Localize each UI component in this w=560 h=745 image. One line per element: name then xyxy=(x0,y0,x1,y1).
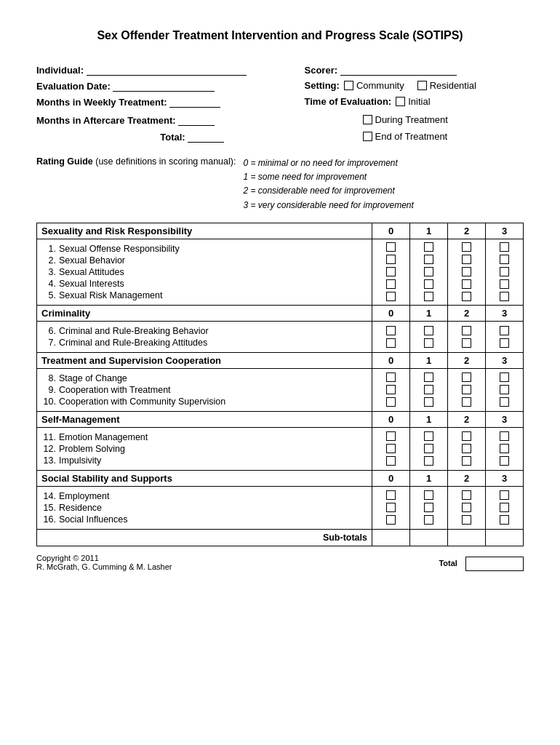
checkbox-item2-score0[interactable] xyxy=(386,255,396,264)
checkbox-item6-score0[interactable] xyxy=(386,326,396,335)
checkbox-item9-score3[interactable] xyxy=(500,385,509,394)
checkbox-item2-score2[interactable] xyxy=(462,255,471,264)
checkbox-item13-score2[interactable] xyxy=(462,456,471,466)
individual-field[interactable] xyxy=(87,64,247,76)
checkbox-item4-score0[interactable] xyxy=(386,279,396,289)
footer: Copyright © 2011 R. McGrath, G. Cumming … xyxy=(36,554,524,571)
checkbox-item6-score2[interactable] xyxy=(462,326,471,335)
checkbox-item11-score2[interactable] xyxy=(462,431,471,441)
score-col-1: 1 xyxy=(410,470,448,486)
during-treatment-checkbox[interactable] xyxy=(363,115,372,124)
checkbox-item3-score3[interactable] xyxy=(500,267,509,276)
checkbox-item16-score2[interactable] xyxy=(462,515,471,525)
checkbox-item6-score1[interactable] xyxy=(424,326,433,335)
checkbox-item5-score3[interactable] xyxy=(500,292,509,301)
checkbox-item12-score1[interactable] xyxy=(424,444,433,453)
checkbox-item10-score1[interactable] xyxy=(424,397,433,407)
score-col-1: 1 xyxy=(410,223,448,239)
checkbox-item5-score0[interactable] xyxy=(386,292,396,301)
subtotal-2[interactable] xyxy=(448,529,486,546)
list-item: 8.Stage of Change xyxy=(41,372,367,384)
score-col-2: 2 xyxy=(448,411,486,427)
checkbox-item13-score3[interactable] xyxy=(500,456,509,466)
rating-0: 0 = minimal or no need for improvement xyxy=(243,156,413,170)
checkbox-item13-score1[interactable] xyxy=(424,456,433,466)
residential-checkbox[interactable] xyxy=(417,81,427,90)
checkbox-item15-score1[interactable] xyxy=(424,503,433,512)
checkbox-item10-score0[interactable] xyxy=(386,397,396,407)
checkbox-item8-score3[interactable] xyxy=(500,372,509,382)
list-item: 13.Impulsivity xyxy=(41,455,367,466)
checkbox-item3-score2[interactable] xyxy=(462,267,471,276)
items-col: 14.Employment15.Residence16.Social Influ… xyxy=(37,486,372,529)
checkbox-item3-score0[interactable] xyxy=(386,267,396,276)
during-treatment-option[interactable]: During Treatment xyxy=(363,114,448,125)
checkbox-item9-score1[interactable] xyxy=(424,385,433,394)
checkbox-item12-score2[interactable] xyxy=(462,444,471,453)
checkbox-item3-score1[interactable] xyxy=(424,267,433,276)
subtotal-1[interactable] xyxy=(410,529,448,546)
subtotal-3[interactable] xyxy=(486,529,524,546)
checkbox-item14-score2[interactable] xyxy=(462,490,471,500)
checkbox-item10-score2[interactable] xyxy=(462,397,471,407)
checkbox-item11-score1[interactable] xyxy=(424,431,433,441)
end-treatment-option[interactable]: End of Treatment xyxy=(363,131,448,142)
checkbox-item7-score0[interactable] xyxy=(386,338,396,348)
months-weekly-field[interactable] xyxy=(169,96,220,108)
checkbox-item5-score2[interactable] xyxy=(462,292,471,301)
during-treatment-label: During Treatment xyxy=(375,114,448,125)
subtotal-0[interactable] xyxy=(372,529,410,546)
months-aftercare-field[interactable] xyxy=(178,114,215,126)
checkbox-item15-score0[interactable] xyxy=(386,503,396,512)
item-number: 6. xyxy=(41,326,56,336)
total-field[interactable] xyxy=(188,131,224,143)
checkbox-item7-score3[interactable] xyxy=(500,338,509,348)
checkbox-item8-score2[interactable] xyxy=(462,372,471,382)
checkbox-item8-score1[interactable] xyxy=(424,372,433,382)
checkbox-item5-score1[interactable] xyxy=(424,292,433,301)
checkbox-item4-score3[interactable] xyxy=(500,279,509,289)
checkbox-item4-score2[interactable] xyxy=(462,279,471,289)
checkbox-item1-score1[interactable] xyxy=(424,242,433,252)
initial-option[interactable]: Initial xyxy=(396,96,430,107)
checkbox-item16-score1[interactable] xyxy=(424,515,433,525)
end-treatment-checkbox[interactable] xyxy=(363,132,372,141)
score-checkboxes-1 xyxy=(410,321,448,352)
checkbox-item7-score1[interactable] xyxy=(424,338,433,348)
initial-checkbox[interactable] xyxy=(396,97,405,106)
checkbox-item2-score1[interactable] xyxy=(424,255,433,264)
score-col-2: 2 xyxy=(448,470,486,486)
score-checkboxes-2 xyxy=(448,486,486,529)
eval-date-field[interactable] xyxy=(113,80,215,92)
checkbox-item15-score3[interactable] xyxy=(500,503,509,512)
checkbox-item10-score3[interactable] xyxy=(500,397,509,407)
subtotals-row: Sub-totals xyxy=(37,529,524,546)
checkbox-item9-score2[interactable] xyxy=(462,385,471,394)
checkbox-item6-score3[interactable] xyxy=(500,326,509,335)
checkbox-item15-score2[interactable] xyxy=(462,503,471,512)
checkbox-item9-score0[interactable] xyxy=(386,385,396,394)
checkbox-item8-score0[interactable] xyxy=(386,372,396,382)
checkbox-item13-score0[interactable] xyxy=(386,456,396,466)
community-checkbox[interactable] xyxy=(344,81,353,90)
scorer-field[interactable] xyxy=(340,64,457,76)
checkbox-item16-score0[interactable] xyxy=(386,515,396,525)
checkbox-item12-score3[interactable] xyxy=(500,444,509,453)
residential-option[interactable]: Residential xyxy=(417,80,476,91)
total-inline-label: Total: xyxy=(160,132,185,143)
checkbox-item1-score3[interactable] xyxy=(500,242,509,252)
checkbox-item11-score0[interactable] xyxy=(386,431,396,441)
checkbox-item11-score3[interactable] xyxy=(500,431,509,441)
checkbox-item14-score3[interactable] xyxy=(500,490,509,500)
checkbox-item1-score0[interactable] xyxy=(386,242,396,252)
checkbox-item7-score2[interactable] xyxy=(462,338,471,348)
checkbox-item2-score3[interactable] xyxy=(500,255,509,264)
checkbox-item12-score0[interactable] xyxy=(386,444,396,453)
checkbox-item1-score2[interactable] xyxy=(462,242,471,252)
checkbox-item14-score0[interactable] xyxy=(386,490,396,500)
checkbox-item4-score1[interactable] xyxy=(424,279,433,289)
checkbox-item14-score1[interactable] xyxy=(424,490,433,500)
checkbox-item16-score3[interactable] xyxy=(500,515,509,525)
community-option[interactable]: Community xyxy=(344,80,404,91)
total-box[interactable] xyxy=(465,557,524,571)
